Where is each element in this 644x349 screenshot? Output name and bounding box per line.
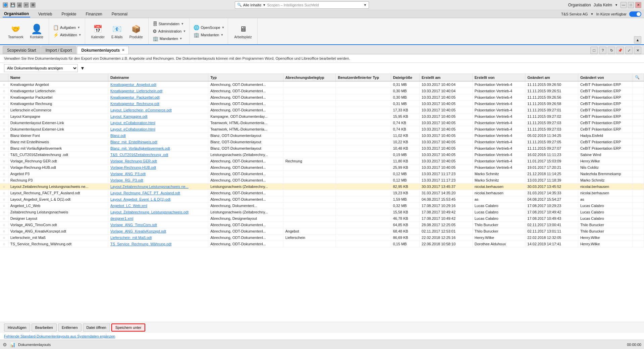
- table-row[interactable]: ○Dokumentenlayout Externer-LinkLayout_eC…: [0, 120, 644, 126]
- aufgaben-button[interactable]: 📋 Aufgaben ▼: [52, 24, 83, 31]
- table-row[interactable]: ○Kreativagentur RechnungKreativagentur_R…: [0, 101, 644, 107]
- undo-title-icon[interactable]: ↩: [23, 2, 29, 8]
- file-link[interactable]: Layout_Lieferschein_eCommerce.odt: [110, 108, 172, 112]
- file-link[interactable]: Kreativagentur_Rechnung.odt: [110, 102, 159, 106]
- gear-title-icon[interactable]: ⚙: [30, 2, 36, 8]
- kalender-button[interactable]: 📅 Kalender: [89, 22, 107, 40]
- speichern-unter-button[interactable]: Speichern unter: [111, 323, 146, 332]
- row-cell[interactable]: Layout_eCollaboration.html: [108, 126, 208, 133]
- row-cell[interactable]: Vorlage_Rechnung GER.odt: [8, 158, 108, 164]
- file-link[interactable]: designer1.xml: [110, 216, 133, 220]
- row-cell[interactable]: Angebot P3: [8, 171, 108, 177]
- nav-item-personal[interactable]: Personal: [110, 11, 129, 17]
- file-link[interactable]: Vorlage_Rechnung GER.odt: [110, 159, 157, 163]
- nav-item-finanzen[interactable]: Finanzen: [84, 11, 103, 17]
- table-row[interactable]: ○Layout_Rechnung_FACT_PT_Ausland.odtLayo…: [0, 190, 644, 196]
- row-cell[interactable]: Zeitabrechnung Leistungsnachweis: [8, 209, 108, 215]
- row-cell[interactable]: Kreativagentur Lieferschein: [8, 88, 108, 94]
- datei-oeffnen-button[interactable]: Datei öffnen: [83, 323, 110, 332]
- row-cell[interactable]: Dokumentenlayout Externer-Link: [8, 120, 108, 126]
- table-row[interactable]: ○Blanz mit ErstellhinweisBlanz_mit_Erste…: [0, 139, 644, 145]
- col-header-name[interactable]: Name: [8, 74, 108, 81]
- file-link[interactable]: Vorlage_ANG_TimoCom.odt: [110, 223, 157, 227]
- row-cell[interactable]: Layout_Angebot_Event_L & D(1).odt: [8, 196, 108, 203]
- row-cell[interactable]: Layout Zeitabrechnung Leistungsnachweis …: [8, 184, 108, 190]
- table-row[interactable]: ○Angebot P3Vorlage_ANG_P3.odtAbrechnung,…: [0, 171, 644, 177]
- file-link[interactable]: Layout_eCollaboration.html: [110, 127, 155, 131]
- row-cell[interactable]: Layout_Zeitabrechnung_Leistungsnachweis.…: [108, 209, 208, 215]
- file-link[interactable]: Blanz.odt: [110, 134, 126, 138]
- ribbon-collapse-button[interactable]: ▲: [634, 36, 641, 44]
- mandanten2-button[interactable]: 🏢 Mandanten ▼: [192, 32, 226, 38]
- search-bar[interactable]: 🔍 Alle Inhalte ▼ Scopen – Intelligentes …: [235, 1, 369, 9]
- row-cell[interactable]: Vorlage_Rechnung GER.odt: [108, 158, 208, 164]
- row-cell[interactable]: Vorlage_ANG_TimoCom.odt: [8, 222, 108, 228]
- row-cell[interactable]: T&S_CUT2016Zeitabrechnung .odt: [8, 152, 108, 158]
- arbeitsplatz-button[interactable]: 🖥 Arbeitsplatz: [231, 22, 254, 40]
- row-cell[interactable]: Blanz.odt: [108, 133, 208, 139]
- stammdaten-button[interactable]: 🗄 Stammdaten ▼: [151, 20, 187, 27]
- filter-select[interactable]: Alle Dokumentenlayouts anzeigen: [4, 64, 78, 72]
- tab-import-export[interactable]: Import / Export: [41, 46, 76, 54]
- row-cell[interactable]: Blanz_mit_Vorläufigkeitsvermerk.odt: [108, 145, 208, 152]
- file-link[interactable]: Kreativagentur_Lieferschein.odt: [110, 89, 162, 93]
- table-row[interactable]: ○Lieferschein_mit MaßLieferschein_mit Ma…: [0, 235, 644, 241]
- row-cell[interactable]: Angebot_LC_Web: [8, 203, 108, 209]
- produkte-button[interactable]: 📦 Produkte: [127, 22, 146, 40]
- row-cell[interactable]: Vorlage-Rechnung-HUB.odt: [108, 164, 208, 171]
- table-row[interactable]: ○Angebot_LC_WebAngebot_LC_Web.xmlAbrechn…: [0, 203, 644, 209]
- row-cell[interactable]: Kreativagentur Angebot: [8, 81, 108, 88]
- col-header-dateigroesse[interactable]: Dateigröße: [391, 74, 419, 81]
- row-cell[interactable]: Layout_Lieferschein_eCommerce.odt: [108, 107, 208, 113]
- nav-item-vertrieb[interactable]: Vertrieb: [37, 11, 53, 17]
- file-link[interactable]: Kreativagentur_Packzettel.odt: [110, 95, 160, 99]
- bearbeiten-button[interactable]: Bearbeiten: [32, 323, 57, 332]
- file-link[interactable]: Blanz_mit_Vorläufigkeitsvermerk.odt: [110, 146, 170, 150]
- row-cell[interactable]: Layout_Rechnung_FACT_PT_Ausland.odt: [108, 190, 208, 196]
- close-button[interactable]: ✕: [635, 2, 641, 8]
- col-header-benutzerdefiniert[interactable]: Benutzerdefinierter Typ: [336, 74, 391, 81]
- row-cell[interactable]: Kreativagentur_Rechnung.odt: [108, 101, 208, 107]
- row-cell[interactable]: Vorlage_ANG_KreativKonzept.odt: [108, 228, 208, 235]
- entfernen-button[interactable]: Entfernen: [58, 323, 82, 332]
- row-cell[interactable]: Blanz mit Erstellhinweis: [8, 139, 108, 145]
- table-row[interactable]: ○Layout KampagneLayout_Kampagne.odtKampa…: [0, 113, 644, 120]
- table-row[interactable]: ○Kreativagentur LieferscheinKreativagent…: [0, 88, 644, 94]
- table-row[interactable]: ○Lieferschein eCommerceLayout_Liefersche…: [0, 107, 644, 113]
- file-link[interactable]: Layout_eCollaboration.html: [110, 121, 155, 125]
- row-cell[interactable]: Kreativagentur_Lieferschein.odt: [108, 88, 208, 94]
- tab-new-button[interactable]: □: [590, 47, 598, 54]
- file-link[interactable]: TS_Service_Rechnung_Währung.odt: [110, 242, 171, 246]
- file-link[interactable]: Angebot_LC_Web.xml: [110, 204, 147, 208]
- tab-scopevisio-start[interactable]: Scopevisio Start: [3, 46, 41, 54]
- table-row[interactable]: ○Vorlage-Rechnung-HUB.odtVorlage-Rechnun…: [0, 164, 644, 171]
- col-header-geaendert-von[interactable]: Geändert von: [578, 74, 633, 81]
- table-row[interactable]: ○Kreativagentur AngebotKreativagentur_An…: [0, 81, 644, 88]
- nav-item-organisation[interactable]: Organisation: [3, 11, 30, 17]
- file-link[interactable]: Blanz_mit_Erstellhinweis.odt: [110, 140, 157, 144]
- row-cell[interactable]: TS_Service_Rechnung_Währung.odt: [8, 241, 108, 247]
- table-row[interactable]: ○Designer Layoutdesigner1.xmlAbrechnung,…: [0, 215, 644, 222]
- row-cell[interactable]: Kreativagentur Packzettel: [8, 94, 108, 101]
- nav-item-projekte[interactable]: Projekte: [60, 11, 77, 17]
- row-cell[interactable]: Vorlage_ANG_KreativKonzept.odt: [8, 228, 108, 235]
- file-link[interactable]: Lieferschein_mit Maß.odt: [110, 236, 152, 240]
- teamwork-button[interactable]: 🤝 Teamwork: [5, 22, 26, 40]
- tab-help-button[interactable]: ?: [599, 47, 606, 54]
- file-link[interactable]: Vorlage_RG_P3.odt: [110, 178, 143, 182]
- extra-link[interactable]: Fehlende Standard-Dokumentenlayouts aus …: [4, 334, 115, 338]
- row-cell[interactable]: TS_Service_Rechnung_Währung.odt: [108, 241, 208, 247]
- table-row[interactable]: ○TS_Service_Rechnung_Währung.odtTS_Servi…: [0, 241, 644, 247]
- minimize-button[interactable]: —: [621, 2, 627, 8]
- row-cell[interactable]: Vorlage_ANG_P3.odt: [108, 171, 208, 177]
- file-link[interactable]: Layout_Rechnung_FACT_PT_Ausland.odt: [110, 191, 180, 195]
- emails-button[interactable]: 📧 E-Mails: [109, 22, 125, 40]
- filter-dropdown-icon[interactable]: ▼: [79, 65, 86, 71]
- col-header-erstellt-am[interactable]: Erstellt am: [420, 74, 473, 81]
- file-link[interactable]: Layout_Angebot_Event_L & D(1).odt: [110, 197, 170, 201]
- save-title-icon[interactable]: 💾: [10, 2, 15, 8]
- col-header-typ[interactable]: Typ: [208, 74, 283, 81]
- row-cell[interactable]: T&S_CUT2016Zeitabrechnung .odt: [108, 152, 208, 158]
- table-container[interactable]: Name Dateiname Typ Abrechnungsbelegtyp B…: [0, 74, 644, 322]
- kontakte-button[interactable]: 👤 Kontakte: [28, 22, 46, 40]
